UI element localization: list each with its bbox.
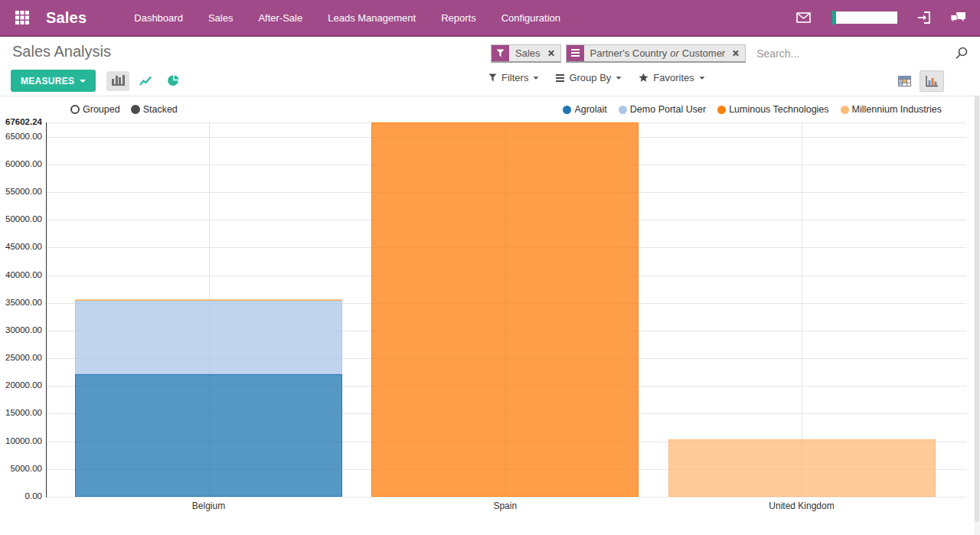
bar-united-kingdom-millennium-industries[interactable]: [668, 439, 936, 497]
x-axis-category-label: Spain: [429, 501, 582, 511]
group-by-dropdown[interactable]: Group By: [556, 72, 622, 83]
search-icon[interactable]: [955, 47, 968, 60]
star-icon: [639, 73, 648, 83]
pivot-view-icon: [898, 76, 911, 86]
legend-item-agrolait[interactable]: Agrolait: [563, 104, 606, 115]
filters-dropdown[interactable]: Filters: [488, 72, 539, 83]
y-axis-tick-label: 5000.00: [0, 464, 42, 473]
chart-mode-radios: Grouped Stacked: [70, 104, 178, 115]
x-axis-category-label: Belgium: [132, 501, 286, 511]
legend-item-millennium-industries[interactable]: Millennium Industries: [841, 104, 942, 115]
line-chart-icon: [139, 76, 152, 86]
line-chart-type-button[interactable]: [134, 71, 157, 91]
y-axis-tick-label: 50000.00: [0, 214, 42, 223]
bar-belgium-demo-portal-user[interactable]: [75, 301, 342, 374]
chevron-down-icon: [80, 80, 86, 83]
view-switcher: [892, 70, 944, 92]
radio-icon-selected: [131, 105, 140, 114]
y-axis-tick-label: 25000.00: [0, 353, 42, 362]
filter-funnel-icon: [492, 45, 509, 61]
legend-item-demo-portal-user[interactable]: Demo Portal User: [619, 104, 706, 115]
group-by-list-icon: [567, 45, 584, 61]
search-input[interactable]: [750, 47, 952, 60]
y-axis-tick-label: 15000.00: [0, 408, 42, 417]
chevron-down-icon: [534, 77, 539, 79]
legend-dot: [563, 106, 571, 114]
measures-button[interactable]: MEASURES: [11, 70, 96, 92]
legend-dot: [841, 106, 849, 114]
search-facet-groupby: Partner's CountryorCustomer: [566, 44, 746, 63]
radio-stacked[interactable]: Stacked: [131, 104, 178, 115]
legend-label: Demo Portal User: [630, 104, 706, 115]
facet-label: Sales: [509, 45, 546, 61]
bar-belgium-agrolait[interactable]: [75, 374, 342, 497]
legend-dot: [717, 106, 726, 114]
y-axis-tick-label: 0.00: [0, 491, 42, 501]
pie-chart-icon: [168, 75, 179, 86]
filter-row: Filters Group By Favorites: [488, 72, 705, 83]
y-axis-tick-label: 65000.00: [0, 132, 42, 141]
radio-icon: [70, 105, 80, 114]
y-axis-tick-label: 35000.00: [0, 298, 42, 307]
group-by-list-icon: [556, 74, 564, 82]
chart-controls: Grouped Stacked AgrolaitDemo Portal User…: [0, 104, 980, 119]
close-icon: [732, 50, 739, 57]
y-axis-tick-label: 30000.00: [0, 325, 42, 334]
x-axis-category-label: United Kingdom: [725, 501, 878, 511]
search-facet-sales: Sales: [491, 44, 561, 63]
measures-row: MEASURES: [11, 70, 185, 92]
y-axis-tick-label: 20000.00: [0, 380, 42, 390]
legend-label: Agrolait: [574, 104, 606, 115]
gridline-y: [46, 497, 966, 497]
graph-view-icon: [925, 76, 939, 87]
legend-label: Millennium Industries: [852, 104, 942, 115]
chevron-down-icon: [699, 77, 704, 79]
y-axis-tick-label: 60000.00: [0, 159, 42, 168]
y-axis-tick-label: 10000.00: [0, 436, 42, 445]
favorites-dropdown[interactable]: Favorites: [639, 72, 704, 83]
y-axis-line: [46, 122, 47, 497]
facet-remove-button[interactable]: [546, 45, 560, 61]
legend-label: Luminous Technologies: [729, 104, 828, 115]
bar-chart-type-button[interactable]: [106, 71, 129, 91]
control-panel: Sales Analysis Sales Partner's Countryor…: [0, 37, 980, 96]
radio-grouped-label: Grouped: [83, 104, 120, 115]
y-axis-tick-label: 55000.00: [0, 187, 42, 196]
sales-analysis-screen: 0.005000.0010000.0015000.0020000.0025000…: [0, 0, 980, 535]
close-icon: [547, 50, 554, 57]
chart-legend: AgrolaitDemo Portal UserLuminous Technol…: [563, 104, 942, 115]
page-title: Sales Analysis: [12, 43, 111, 60]
filter-funnel-icon: [488, 73, 497, 82]
y-axis-tick-label: 40000.00: [0, 270, 42, 279]
chevron-down-icon: [616, 77, 622, 79]
bar-belgium-millennium-industries[interactable]: [75, 299, 342, 301]
legend-dot: [619, 106, 627, 114]
pie-chart-type-button[interactable]: [162, 71, 185, 91]
bar-chart-icon: [112, 76, 125, 86]
y-axis-tick-label: 45000.00: [0, 242, 42, 251]
radio-stacked-label: Stacked: [143, 104, 178, 115]
legend-item-luminous-technologies[interactable]: Luminous Technologies: [717, 104, 828, 115]
bar-spain-luminous-technologies[interactable]: [371, 122, 639, 497]
facet-label: Partner's CountryorCustomer: [584, 45, 731, 61]
graph-view-button[interactable]: [920, 70, 944, 92]
pivot-view-button[interactable]: [892, 70, 916, 92]
facet-remove-button[interactable]: [730, 45, 745, 61]
search-bar: Sales Partner's CountryorCustomer: [491, 44, 968, 63]
radio-grouped[interactable]: Grouped: [70, 104, 120, 115]
